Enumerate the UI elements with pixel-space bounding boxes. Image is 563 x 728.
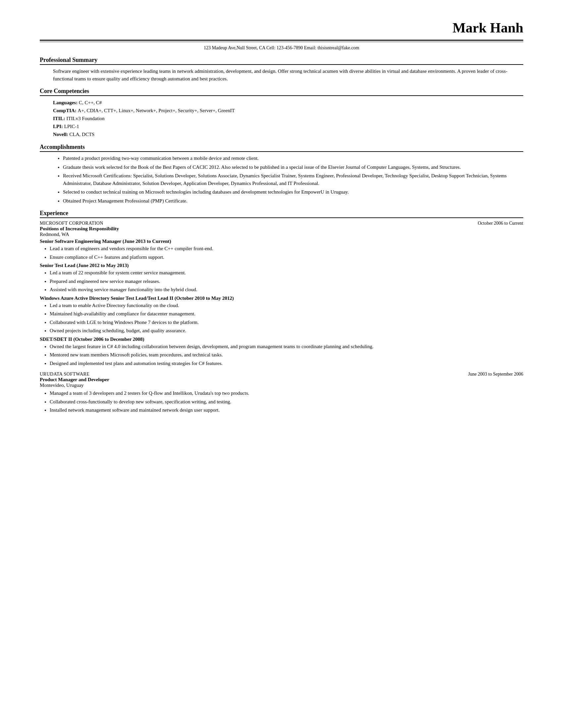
- role-block: Managed a team of 3 developers and 2 tes…: [40, 389, 523, 414]
- professional-summary-title: Professional Summary: [40, 57, 523, 65]
- exp-company: MICROSOFT CORPORATION: [40, 221, 103, 226]
- role-bullets-list: Led a team of 22 responsible for system …: [40, 269, 523, 294]
- role-title: SDET/SDET II (October 2006 to December 2…: [40, 337, 523, 342]
- role-block: Senior Test Lead (June 2012 to May 2013)…: [40, 263, 523, 294]
- role-block: Senior Software Engineering Manager (Jun…: [40, 239, 523, 261]
- role-block: SDET/SDET II (October 2006 to December 2…: [40, 337, 523, 367]
- role-block: Windows Azure Active Directory Senior Te…: [40, 296, 523, 335]
- resume-header: Mark Hanh: [40, 20, 523, 38]
- comp-value: A+, CDIA+, CTT+, Linux+, Network+, Proje…: [78, 108, 235, 113]
- list-item: Patented a product providing two-way com…: [63, 155, 523, 162]
- experience-title: Experience: [40, 210, 523, 218]
- comp-value: ITILv3 Foundation: [66, 116, 104, 121]
- competency-line: Languages: C, C++, C#: [53, 99, 523, 107]
- list-item: Graduate thesis work selected for the Bo…: [63, 163, 523, 171]
- accomplishments-content: Patented a product providing two-way com…: [40, 155, 523, 205]
- header-divider-thin: [40, 42, 523, 42]
- list-item: Owned the largest feature in C# 4.0 incl…: [50, 343, 523, 350]
- accomplishments-section: Accomplishments Patented a product provi…: [40, 144, 523, 205]
- role-title: Windows Azure Active Directory Senior Te…: [40, 296, 523, 301]
- role-title: Senior Test Lead (June 2012 to May 2013): [40, 263, 523, 268]
- comp-label: Novell:: [53, 132, 70, 137]
- list-item: Installed network management software an…: [50, 406, 523, 414]
- exp-title: Product Manager and Developer: [40, 377, 523, 383]
- list-item: Mentored new team members Microsoft poli…: [50, 351, 523, 359]
- list-item: Received Microsoft Certifications: Speci…: [63, 172, 523, 187]
- comp-value: C, C++, C#: [79, 100, 102, 105]
- role-bullets-list: Managed a team of 3 developers and 2 tes…: [40, 389, 523, 414]
- list-item: Owned projects including scheduling, bud…: [50, 327, 523, 335]
- exp-location: Montevideo, Uruguay: [40, 383, 523, 388]
- professional-summary-section: Professional Summary Software engineer w…: [40, 57, 523, 82]
- list-item: Led a team of 22 responsible for system …: [50, 269, 523, 277]
- role-bullets-list: Led a team to enable Active Directory fu…: [40, 302, 523, 335]
- experience-entry: MICROSOFT CORPORATIONOctober 2006 to Cur…: [40, 221, 523, 367]
- list-item: Led a team to enable Active Directory fu…: [50, 302, 523, 309]
- list-item: Prepared and engineered new service mana…: [50, 278, 523, 285]
- comp-label: LPI:: [53, 124, 64, 129]
- exp-company: URUDATA SOFTWARE: [40, 372, 89, 377]
- competency-line: LPI: LPIC-1: [53, 122, 523, 130]
- list-item: Lead a team of engineers and vendors res…: [50, 245, 523, 252]
- comp-label: CompTIA:: [53, 108, 78, 113]
- list-item: Selected to conduct technical training o…: [63, 188, 523, 196]
- core-competencies-content: Languages: C, C++, C#CompTIA: A+, CDIA+,…: [40, 99, 523, 138]
- comp-label: ITIL:: [53, 116, 66, 121]
- exp-location: Redmond, WA: [40, 232, 523, 237]
- exp-header-row: URUDATA SOFTWAREJune 2003 to September 2…: [40, 372, 523, 377]
- list-item: Maintained high-availability and complia…: [50, 310, 523, 318]
- accomplishments-title: Accomplishments: [40, 144, 523, 152]
- list-item: Collaborated with LGE to bring Windows P…: [50, 319, 523, 326]
- header-divider-thick: [40, 40, 523, 41]
- competency-line: CompTIA: A+, CDIA+, CTT+, Linux+, Networ…: [53, 107, 523, 114]
- list-item: Managed a team of 3 developers and 2 tes…: [50, 389, 523, 397]
- experience-entry: URUDATA SOFTWAREJune 2003 to September 2…: [40, 372, 523, 414]
- core-competencies-title: Core Competencies: [40, 88, 523, 96]
- experience-section: Experience MICROSOFT CORPORATIONOctober …: [40, 210, 523, 414]
- accomplishments-list: Patented a product providing two-way com…: [53, 155, 523, 205]
- competency-line: ITIL: ITILv3 Foundation: [53, 114, 523, 122]
- exp-header-row: MICROSOFT CORPORATIONOctober 2006 to Cur…: [40, 221, 523, 226]
- exp-title: Positions of Increasing Responsibility: [40, 226, 523, 232]
- professional-summary-text: Software engineer with extensive experie…: [40, 68, 523, 82]
- competency-line: Novell: CLA, DCTS: [53, 130, 523, 138]
- role-bullets-list: Owned the largest feature in C# 4.0 incl…: [40, 343, 523, 367]
- list-item: Designed and implemented test plans and …: [50, 360, 523, 367]
- comp-value: CLA, DCTS: [70, 132, 95, 137]
- exp-dates: October 2006 to Current: [478, 221, 523, 226]
- experience-content: MICROSOFT CORPORATIONOctober 2006 to Cur…: [40, 221, 523, 414]
- role-bullets-list: Lead a team of engineers and vendors res…: [40, 245, 523, 261]
- list-item: Assisted with moving service manager fun…: [50, 286, 523, 294]
- comp-label: Languages:: [53, 100, 79, 105]
- list-item: Obtained Project Management Professional…: [63, 197, 523, 205]
- exp-dates: June 2003 to September 2006: [468, 372, 523, 377]
- candidate-name: Mark Hanh: [40, 20, 523, 36]
- contact-info: 123 Madeup Ave,Null Street, CA Cell: 123…: [40, 45, 523, 51]
- list-item: Collaborated cross-functionally to devel…: [50, 398, 523, 406]
- role-title: Senior Software Engineering Manager (Jun…: [40, 239, 523, 244]
- core-competencies-section: Core Competencies Languages: C, C++, C#C…: [40, 88, 523, 138]
- comp-value: LPIC-1: [64, 124, 79, 129]
- list-item: Ensure compliance of C++ features and pl…: [50, 253, 523, 261]
